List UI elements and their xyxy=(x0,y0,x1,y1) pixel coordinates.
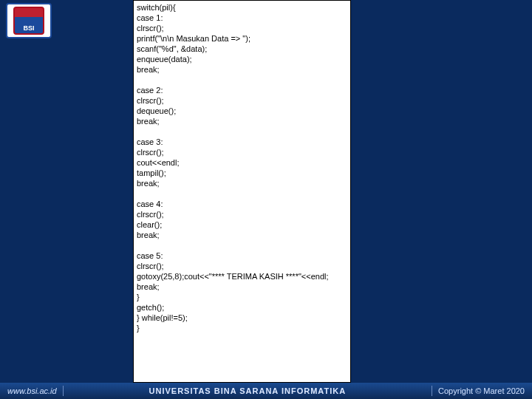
logo-inner xyxy=(13,7,44,35)
code-sheet: switch(pil){ case 1: clrscr(); printf("\… xyxy=(133,0,351,383)
logo-badge xyxy=(6,3,52,38)
site-url: www.bsi.ac.id xyxy=(7,386,57,395)
footer-bar: www.bsi.ac.id UNIVERSITAS BINA SARANA IN… xyxy=(0,383,532,399)
divider xyxy=(432,386,432,396)
code-block: switch(pil){ case 1: clrscr(); printf("\… xyxy=(137,2,347,333)
copyright-text: Copyright © Maret 2020 xyxy=(438,386,525,395)
org-name: UNIVERSITAS BINA SARANA INFORMATIKA xyxy=(69,386,426,395)
divider xyxy=(63,386,64,396)
